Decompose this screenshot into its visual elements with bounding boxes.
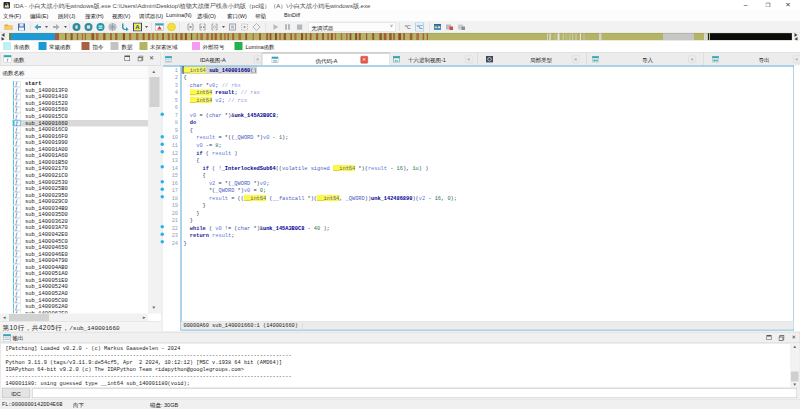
- svg-text:01: 01: [395, 60, 399, 63]
- svg-text:A: A: [135, 24, 140, 30]
- svg-text:℃: ℃: [416, 24, 422, 30]
- svg-text:℃: ℃: [404, 24, 410, 30]
